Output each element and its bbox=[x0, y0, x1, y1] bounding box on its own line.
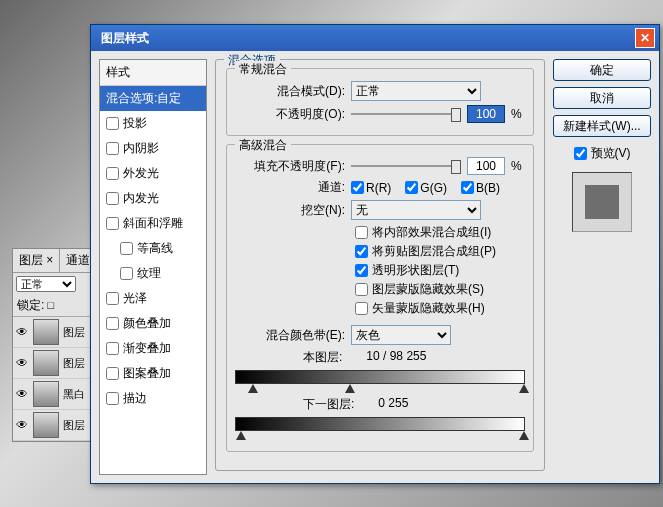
layer-blend-select[interactable]: 正常 bbox=[16, 276, 76, 292]
lock-label: 锁定: bbox=[17, 298, 44, 312]
opacity-slider[interactable] bbox=[351, 105, 461, 123]
blend-if-label: 混合颜色带(E): bbox=[235, 327, 345, 344]
style-item-outer-glow[interactable]: 外发光 bbox=[100, 161, 206, 186]
blend-mode-label: 混合模式(D): bbox=[235, 83, 345, 100]
fill-opacity-label: 填充不透明度(F): bbox=[235, 158, 345, 175]
advanced-blend-legend: 高级混合 bbox=[235, 137, 291, 154]
style-item-pattern-overlay[interactable]: 图案叠加 bbox=[100, 361, 206, 386]
opacity-label: 不透明度(O): bbox=[235, 106, 345, 123]
this-layer-label: 本图层: bbox=[303, 349, 342, 366]
transparency-shapes-check[interactable] bbox=[355, 264, 368, 277]
outer-glow-check[interactable] bbox=[106, 167, 119, 180]
layer-row[interactable]: 👁图层 bbox=[13, 410, 99, 441]
under-layer-values: 0 255 bbox=[378, 396, 408, 413]
under-layer-gradient[interactable] bbox=[235, 417, 525, 431]
layer-row[interactable]: 👁图层 bbox=[13, 348, 99, 379]
close-button[interactable]: ✕ bbox=[635, 28, 655, 48]
inner-shadow-check[interactable] bbox=[106, 142, 119, 155]
style-item-color-overlay[interactable]: 颜色叠加 bbox=[100, 311, 206, 336]
style-item-stroke[interactable]: 描边 bbox=[100, 386, 206, 411]
under-layer-label: 下一图层: bbox=[303, 396, 354, 413]
style-item-contour[interactable]: 等高线 bbox=[100, 236, 206, 261]
fill-opacity-input[interactable] bbox=[467, 157, 505, 175]
preview-check[interactable] bbox=[574, 147, 587, 160]
layer-row[interactable]: 👁黑白 bbox=[13, 379, 99, 410]
stroke-check[interactable] bbox=[106, 392, 119, 405]
style-item-gradient-overlay[interactable]: 渐变叠加 bbox=[100, 336, 206, 361]
color-overlay-check[interactable] bbox=[106, 317, 119, 330]
percent-label: % bbox=[511, 107, 525, 121]
drop-shadow-check[interactable] bbox=[106, 117, 119, 130]
style-item-texture[interactable]: 纹理 bbox=[100, 261, 206, 286]
layer-mask-hides-check[interactable] bbox=[355, 283, 368, 296]
channel-g-check[interactable] bbox=[405, 181, 418, 194]
eye-icon[interactable]: 👁 bbox=[15, 325, 29, 339]
blend-interior-check[interactable] bbox=[355, 226, 368, 239]
knockout-label: 挖空(N): bbox=[235, 202, 345, 219]
bevel-check[interactable] bbox=[106, 217, 119, 230]
texture-check[interactable] bbox=[120, 267, 133, 280]
contour-check[interactable] bbox=[120, 242, 133, 255]
pattern-overlay-check[interactable] bbox=[106, 367, 119, 380]
style-item-bevel[interactable]: 斜面和浮雕 bbox=[100, 211, 206, 236]
styles-header: 样式 bbox=[100, 60, 206, 86]
knockout-select[interactable]: 无 bbox=[351, 200, 481, 220]
general-blend-legend: 常规混合 bbox=[235, 61, 291, 78]
satin-check[interactable] bbox=[106, 292, 119, 305]
preview-swatch bbox=[572, 172, 632, 232]
dialog-title: 图层样式 bbox=[101, 30, 149, 47]
layers-panel: 图层 × 通道 正常 锁定: □ 👁图层 👁图层 👁黑白 👁图层 bbox=[12, 248, 100, 442]
eye-icon[interactable]: 👁 bbox=[15, 418, 29, 432]
percent-label: % bbox=[511, 159, 525, 173]
style-item-inner-glow[interactable]: 内发光 bbox=[100, 186, 206, 211]
inner-glow-check[interactable] bbox=[106, 192, 119, 205]
blend-mode-select[interactable]: 正常 bbox=[351, 81, 481, 101]
layers-tab[interactable]: 图层 × bbox=[13, 249, 60, 272]
style-item-drop-shadow[interactable]: 投影 bbox=[100, 111, 206, 136]
styles-list: 样式 混合选项:自定 投影 内阴影 外发光 内发光 斜面和浮雕 等高线 纹理 光… bbox=[99, 59, 207, 475]
channel-b-check[interactable] bbox=[461, 181, 474, 194]
blend-clipped-check[interactable] bbox=[355, 245, 368, 258]
eye-icon[interactable]: 👁 bbox=[15, 356, 29, 370]
channel-r-check[interactable] bbox=[351, 181, 364, 194]
new-style-button[interactable]: 新建样式(W)... bbox=[553, 115, 651, 137]
ok-button[interactable]: 确定 bbox=[553, 59, 651, 81]
style-item-satin[interactable]: 光泽 bbox=[100, 286, 206, 311]
opacity-input[interactable] bbox=[467, 105, 505, 123]
this-layer-values: 10 / 98 255 bbox=[366, 349, 426, 366]
titlebar[interactable]: 图层样式 ✕ bbox=[91, 25, 659, 51]
channels-label: 通道: bbox=[235, 179, 345, 196]
this-layer-gradient[interactable] bbox=[235, 370, 525, 384]
style-item-inner-shadow[interactable]: 内阴影 bbox=[100, 136, 206, 161]
eye-icon[interactable]: 👁 bbox=[15, 387, 29, 401]
cancel-button[interactable]: 取消 bbox=[553, 87, 651, 109]
preview-label: 预览(V) bbox=[591, 145, 631, 162]
fill-opacity-slider[interactable] bbox=[351, 157, 461, 175]
layer-style-dialog: 图层样式 ✕ 样式 混合选项:自定 投影 内阴影 外发光 内发光 斜面和浮雕 等… bbox=[90, 24, 660, 484]
vector-mask-hides-check[interactable] bbox=[355, 302, 368, 315]
gradient-overlay-check[interactable] bbox=[106, 342, 119, 355]
style-item-blend-options[interactable]: 混合选项:自定 bbox=[100, 86, 206, 111]
layer-row[interactable]: 👁图层 bbox=[13, 317, 99, 348]
blend-if-select[interactable]: 灰色 bbox=[351, 325, 451, 345]
